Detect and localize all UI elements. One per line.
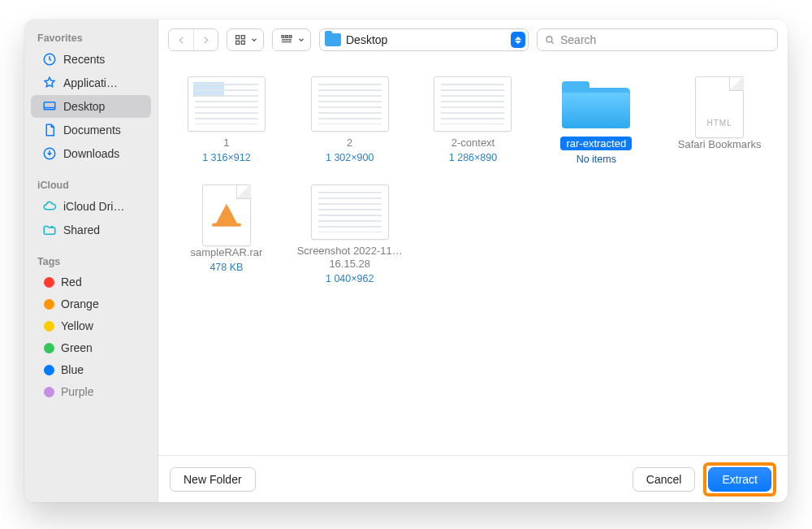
sidebar-section-icloud: iCloud iCloud Dri… Shared bbox=[24, 175, 158, 241]
highlight-annotation: Extract bbox=[703, 462, 776, 496]
file-meta: 1 040×962 bbox=[326, 273, 374, 284]
svg-rect-7 bbox=[241, 41, 244, 44]
clock-icon bbox=[42, 52, 57, 67]
sidebar-item-applications[interactable]: Applicati… bbox=[31, 72, 151, 94]
sidebar-item-shared[interactable]: Shared bbox=[31, 219, 151, 241]
file-item[interactable]: sampleRAR.rar 478 KB bbox=[165, 184, 288, 284]
file-meta: 478 KB bbox=[209, 262, 243, 273]
chevron-down-icon bbox=[250, 36, 258, 44]
file-name: Screenshot 2022-11…16.15.28 bbox=[293, 245, 407, 270]
location-label: Desktop bbox=[346, 33, 506, 46]
svg-rect-4 bbox=[236, 36, 240, 39]
desktop-icon bbox=[42, 99, 57, 114]
sidebar-item-documents[interactable]: Documents bbox=[31, 119, 151, 141]
folder-icon bbox=[559, 76, 633, 132]
image-thumbnail-icon bbox=[188, 76, 266, 132]
file-meta: 1 316×912 bbox=[202, 152, 250, 163]
sidebar-item-label: Yellow bbox=[61, 319, 93, 332]
file-item-selected[interactable]: rar-extracted No items bbox=[534, 76, 658, 165]
tag-dot-icon bbox=[44, 299, 54, 310]
sidebar-item-label: Blue bbox=[61, 363, 84, 376]
sidebar-item-icloud-drive[interactable]: iCloud Dri… bbox=[31, 195, 151, 218]
svg-rect-9 bbox=[286, 36, 288, 38]
file-name: rar-extracted bbox=[560, 137, 632, 150]
file-item[interactable]: 1 1 316×912 bbox=[165, 76, 288, 165]
sidebar-tag-purple[interactable]: Purple bbox=[31, 381, 151, 402]
file-meta: No items bbox=[577, 154, 616, 165]
sidebar-item-label: Recents bbox=[63, 53, 105, 66]
file-item[interactable]: Screenshot 2022-11…16.15.28 1 040×962 bbox=[288, 184, 412, 284]
sidebar-item-label: Shared bbox=[63, 223, 100, 236]
location-popup[interactable]: Desktop bbox=[319, 28, 529, 51]
group-by-button[interactable] bbox=[272, 28, 311, 51]
file-item[interactable]: Safari Bookmarks bbox=[658, 76, 781, 165]
rar-file-icon bbox=[202, 184, 251, 246]
document-icon bbox=[42, 123, 57, 137]
cancel-button[interactable]: Cancel bbox=[633, 467, 696, 492]
html-file-icon bbox=[695, 76, 744, 138]
file-name: sampleRAR.rar bbox=[190, 246, 262, 258]
image-thumbnail-icon bbox=[311, 76, 389, 132]
new-folder-button[interactable]: New Folder bbox=[170, 467, 256, 492]
file-name: 2-context bbox=[451, 137, 495, 149]
sidebar-item-downloads[interactable]: Downloads bbox=[31, 142, 151, 165]
chevron-down-icon bbox=[297, 36, 305, 44]
sidebar-heading: Tags bbox=[24, 251, 158, 271]
sidebar-item-label: Desktop bbox=[63, 100, 105, 113]
file-name: Safari Bookmarks bbox=[678, 138, 762, 150]
sidebar-tag-green[interactable]: Green bbox=[31, 337, 151, 358]
save-panel: Favorites Recents Applicati… Desktop bbox=[24, 20, 788, 502]
search-icon bbox=[544, 34, 555, 46]
extract-button[interactable]: Extract bbox=[708, 467, 771, 492]
sidebar-tag-orange[interactable]: Orange bbox=[31, 293, 151, 314]
search-input[interactable] bbox=[560, 33, 771, 46]
folder-icon bbox=[325, 33, 341, 46]
sidebar-heading: Favorites bbox=[24, 28, 158, 47]
sidebar-section-tags: Tags Red Orange Yellow Green Blue bbox=[24, 251, 158, 402]
svg-rect-8 bbox=[282, 36, 284, 38]
sidebar-item-label: Red bbox=[61, 275, 82, 288]
file-grid[interactable]: 1 1 316×912 2 1 302×900 2-context 1 286×… bbox=[158, 60, 788, 455]
stepper-icon bbox=[511, 32, 525, 48]
cloud-icon bbox=[42, 199, 57, 214]
image-thumbnail-icon bbox=[434, 76, 512, 132]
shared-folder-icon bbox=[42, 223, 57, 237]
back-button[interactable] bbox=[169, 29, 193, 50]
tag-dot-icon bbox=[44, 321, 54, 332]
tag-dot-icon bbox=[44, 277, 54, 288]
sidebar: Favorites Recents Applicati… Desktop bbox=[24, 20, 158, 502]
sidebar-item-recents[interactable]: Recents bbox=[31, 48, 151, 71]
download-icon bbox=[42, 146, 57, 161]
sidebar-item-label: Green bbox=[61, 341, 93, 354]
forward-button[interactable] bbox=[193, 29, 218, 50]
footer: New Folder Cancel Extract bbox=[158, 455, 788, 502]
file-name: 1 bbox=[223, 137, 229, 149]
sidebar-tag-red[interactable]: Red bbox=[31, 271, 151, 293]
svg-point-3 bbox=[51, 226, 54, 228]
tag-dot-icon bbox=[44, 343, 54, 353]
tag-dot-icon bbox=[44, 365, 54, 375]
sidebar-tag-yellow[interactable]: Yellow bbox=[31, 315, 151, 336]
sidebar-item-label: Orange bbox=[61, 297, 99, 310]
svg-rect-6 bbox=[236, 41, 240, 44]
view-icons-button[interactable] bbox=[227, 28, 264, 51]
sidebar-item-label: Downloads bbox=[63, 147, 119, 160]
file-meta: 1 302×900 bbox=[326, 152, 374, 163]
sidebar-tag-blue[interactable]: Blue bbox=[31, 359, 151, 380]
sidebar-item-label: Purple bbox=[61, 385, 93, 398]
svg-rect-10 bbox=[289, 36, 292, 38]
search-field[interactable] bbox=[537, 28, 778, 51]
file-meta: 1 286×890 bbox=[449, 152, 497, 163]
sidebar-item-desktop[interactable]: Desktop bbox=[31, 95, 151, 118]
image-thumbnail-icon bbox=[311, 184, 389, 240]
applications-icon bbox=[42, 76, 57, 90]
sidebar-item-label: Applicati… bbox=[63, 76, 118, 89]
nav-buttons bbox=[168, 28, 218, 51]
svg-point-11 bbox=[546, 37, 552, 42]
file-item[interactable]: 2-context 1 286×890 bbox=[412, 76, 535, 165]
main-area: Desktop 1 1 316×912 2 1 302×900 bbox=[158, 20, 788, 502]
svg-rect-5 bbox=[241, 36, 244, 39]
sidebar-item-label: Documents bbox=[63, 124, 121, 137]
sidebar-section-favorites: Favorites Recents Applicati… Desktop bbox=[24, 28, 158, 165]
file-item[interactable]: 2 1 302×900 bbox=[288, 76, 412, 165]
